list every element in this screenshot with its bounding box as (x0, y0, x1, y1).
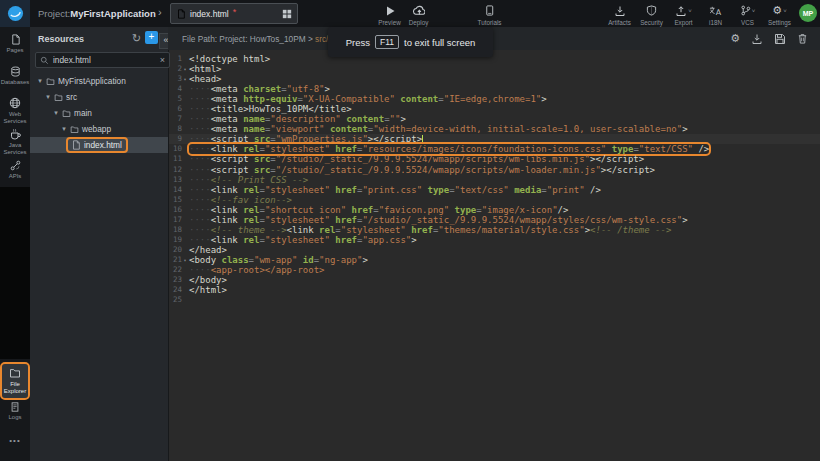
file-path-prefix: File Path: Project: HowTos_10PM > (182, 34, 315, 44)
tree-item-myfirstapplication[interactable]: ▾MyFirstApplication (30, 73, 168, 89)
play-icon (384, 5, 396, 17)
tree-item-label: webapp (82, 124, 111, 134)
code-text: ····<app-root></app-root> (189, 265, 324, 275)
code-line-13[interactable]: 13····<!-- Print CSS --> (168, 175, 820, 185)
f11-keycap: F11 (375, 35, 399, 49)
code-line-5[interactable]: 5····<meta http-equiv="X-UA-Compatible" … (168, 94, 820, 104)
chevron-down-icon: ˅ (783, 8, 787, 14)
code-text: ····<script src="/studio/_static_/9.9.9.… (189, 165, 655, 175)
line-number: 1 (168, 54, 182, 64)
code-line-14[interactable]: 14····<link rel="stylesheet" href="print… (168, 185, 820, 195)
sidebar-item-java-services[interactable]: Java Services (0, 128, 30, 156)
code-line-24[interactable]: 24</html> (168, 285, 820, 295)
more-options-button[interactable]: ••• (0, 436, 30, 445)
caret-down-icon[interactable]: ▾ (44, 93, 52, 101)
code-line-20[interactable]: 20</head> (168, 245, 820, 255)
code-line-4[interactable]: 4····<meta charset="utf-8"> (168, 84, 820, 94)
code-line-11[interactable]: 11····<script src="/studio/_static_/9.9.… (168, 154, 820, 164)
tree-item-webapp[interactable]: ▾webapp (30, 121, 168, 137)
tree-item-src[interactable]: ▾src (30, 89, 168, 105)
line-number: 21 (168, 255, 182, 265)
settings-icon[interactable]: ⚙ (730, 33, 740, 44)
code-line-1[interactable]: 1<!doctype html> (168, 54, 820, 64)
code-text: ····<!-- theme --><link rel="stylesheet"… (189, 225, 671, 235)
sidebar-item-logs[interactable]: Logs (0, 402, 30, 421)
download-icon[interactable] (751, 33, 763, 45)
sidebar-item-pages[interactable]: Pages (0, 34, 30, 54)
branch-icon (740, 5, 751, 16)
code-line-22[interactable]: 22····<app-root></app-root> (168, 265, 820, 275)
line-number: 20 (168, 245, 182, 255)
caret-down-icon[interactable]: ▾ (36, 77, 44, 85)
line-number: 18 (168, 225, 182, 235)
code-line-19[interactable]: 19····<link rel="stylesheet" href="app.c… (168, 235, 820, 245)
security-button[interactable]: Security (639, 4, 664, 26)
sidebar-item-databases[interactable]: Databases (0, 66, 30, 86)
code-editor[interactable]: 1<!doctype html>2▾<html>3▾<head>4····<me… (168, 50, 820, 461)
code-line-10[interactable]: 10····<link rel="stylesheet" href="resou… (168, 144, 820, 154)
code-text: ····<title>HowTos_10PM</title> (189, 104, 352, 114)
code-text: </html> (189, 285, 227, 295)
wavemaker-logo[interactable] (0, 0, 30, 27)
code-text: <!doctype html> (189, 54, 270, 64)
code-line-9[interactable]: 9····<script src="wmProperties.js"></scr… (168, 134, 820, 144)
deploy-button[interactable]: Deploy (406, 4, 431, 26)
code-text: ····<script src="/studio/_static_/9.9.9.… (189, 154, 644, 164)
code-line-12[interactable]: 12····<script src="/studio/_static_/9.9.… (168, 165, 820, 175)
preview-button[interactable]: Preview (377, 4, 402, 26)
code-line-6[interactable]: 6····<title>HowTos_10PM</title> (168, 104, 820, 114)
left-sidebar: ••• PagesDatabasesWeb ServicesJava Servi… (0, 27, 30, 461)
file-icon (176, 9, 186, 19)
code-line-7[interactable]: 7····<meta name="description" content=""… (168, 114, 820, 124)
code-line-25[interactable]: 25 (168, 295, 820, 305)
vcs-button[interactable]: ˅VCS (735, 4, 760, 26)
fold-icon[interactable]: ▾ (182, 64, 188, 74)
search-input[interactable] (53, 55, 156, 65)
refresh-icon[interactable]: ↻ (130, 31, 143, 45)
add-resource-button[interactable]: + (145, 31, 158, 44)
tutorials-button[interactable]: Tutorials (477, 4, 502, 26)
line-number: 13 (168, 175, 182, 185)
line-number: 8 (168, 124, 182, 134)
sidebar-item-file-explorer[interactable]: File Explorer (2, 364, 28, 398)
code-text: <head> (189, 74, 222, 84)
avatar[interactable]: MP (799, 4, 817, 22)
export-button[interactable]: ˅Export (671, 4, 696, 26)
code-line-3[interactable]: 3▾<head> (168, 74, 820, 84)
sidebar-item-label: Java Services (0, 142, 30, 156)
tree-item-index-html[interactable]: index.html (30, 137, 168, 153)
folder-icon (62, 109, 71, 118)
file-icon (71, 140, 81, 150)
settings-button[interactable]: ⚙˅Settings (767, 4, 792, 26)
code-line-21[interactable]: 21▾<body class="wm-app" id="ng-app"> (168, 255, 820, 265)
fold-icon[interactable]: ▾ (182, 255, 188, 265)
clear-search-icon[interactable]: × (160, 55, 165, 65)
code-line-15[interactable]: 15····<!--fav icon--> (168, 195, 820, 205)
code-text: ····<!-- Print CSS --> (189, 175, 308, 185)
action-label: i18N (709, 19, 722, 26)
trash-icon[interactable] (797, 33, 808, 44)
grid-icon[interactable] (282, 9, 292, 19)
tree-item-main[interactable]: ▾main (30, 105, 168, 121)
line-number: 2 (168, 64, 182, 74)
code-text: ····<meta name="description" content=""> (189, 114, 406, 124)
action-label: VCS (741, 19, 754, 26)
caret-down-icon[interactable]: ▾ (60, 125, 68, 133)
i18n-button[interactable]: Ai18N (703, 4, 728, 26)
code-line-17[interactable]: 17····<link rel="stylesheet" href="/stud… (168, 215, 820, 225)
line-number: 24 (168, 285, 182, 295)
code-line-18[interactable]: 18····<!-- theme --><link rel="styleshee… (168, 225, 820, 235)
text-cursor (422, 135, 423, 143)
fold-icon[interactable]: ▾ (182, 74, 188, 84)
code-line-16[interactable]: 16····<link rel="shortcut icon" href="fa… (168, 205, 820, 215)
caret-down-icon[interactable]: ▾ (52, 109, 60, 117)
line-number: 16 (168, 205, 182, 215)
code-line-8[interactable]: 8····<meta name="viewport" content="widt… (168, 124, 820, 134)
code-line-2[interactable]: 2▾<html> (168, 64, 820, 74)
sidebar-item-web-services[interactable]: Web Services (0, 97, 30, 125)
code-line-23[interactable]: 23</body> (168, 275, 820, 285)
save-icon[interactable] (774, 33, 786, 45)
editor-tab-index-html[interactable]: index.html * (170, 3, 298, 24)
sidebar-item-apis[interactable]: APIs (0, 160, 30, 180)
artifacts-button[interactable]: Artifacts (607, 4, 632, 26)
